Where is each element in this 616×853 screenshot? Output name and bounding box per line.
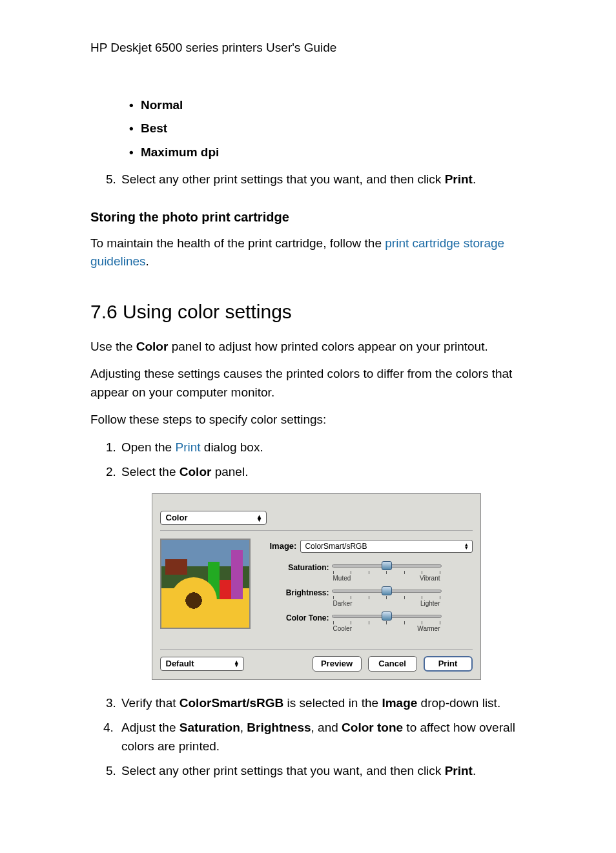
step-2: 2.Select the Color panel. xyxy=(103,463,542,482)
step-3: 3.Verify that ColorSmart/sRGB is selecte… xyxy=(103,694,542,713)
storing-heading: Storing the photo print cartridge xyxy=(90,207,542,227)
ct-max-label: Warmer xyxy=(417,624,440,633)
para-use-color: Use the Color panel to adjust how printe… xyxy=(90,338,542,356)
page-header: HP Deskjet 6500 series printers User's G… xyxy=(90,39,542,57)
step-5: 5.Select any other print settings that y… xyxy=(103,762,542,781)
image-dropdown[interactable]: ColorSmart/sRGB ▴▾ xyxy=(300,540,472,553)
sat-max-label: Vibrant xyxy=(420,573,440,583)
upper-step-5: 5.Select any other print settings that y… xyxy=(103,170,542,189)
preview-button[interactable]: Preview xyxy=(313,656,362,672)
bri-max-label: Lighter xyxy=(420,599,440,608)
bullet-best: Best xyxy=(141,121,167,135)
sat-min-label: Muted xyxy=(333,573,351,583)
colortone-label: Color Tone: xyxy=(285,612,332,624)
colortone-slider[interactable] xyxy=(332,612,442,621)
panel-dropdown[interactable]: Color ▴▾ xyxy=(160,511,267,525)
preset-dropdown[interactable]: Default ▴▾ xyxy=(160,657,244,671)
ct-min-label: Cooler xyxy=(333,624,352,633)
chevron-updown-icon: ▴▾ xyxy=(465,543,468,550)
section-title: 7.6 Using color settings xyxy=(90,297,542,326)
brightness-slider[interactable] xyxy=(332,587,442,596)
print-link[interactable]: Print xyxy=(175,440,200,454)
bullet-normal: Normal xyxy=(141,98,183,112)
quality-bullet-list: Normal Best Maximum dpi xyxy=(129,96,542,162)
bullet-maxdpi: Maximum dpi xyxy=(141,145,219,159)
step-1: 1.Open the Print dialog box. xyxy=(103,438,542,457)
cancel-button[interactable]: Cancel xyxy=(368,656,417,672)
image-label: Image: xyxy=(270,540,297,553)
step-4: 4.Adjust the Saturation, Brightness, and… xyxy=(103,719,542,755)
para-follow-steps: Follow these steps to specify color sett… xyxy=(90,411,542,429)
saturation-label: Saturation: xyxy=(285,562,332,573)
para-adjusting: Adjusting these settings causes the prin… xyxy=(90,365,542,402)
print-button[interactable]: Print xyxy=(424,656,473,672)
chevron-updown-icon: ▴▾ xyxy=(258,515,261,521)
storing-paragraph: To maintain the health of the print cart… xyxy=(90,234,542,271)
preview-thumbnail xyxy=(160,539,251,629)
color-panel-figure: Color ▴▾ Image: ColorSmart/sRGB ▴▾ Satur… xyxy=(152,493,481,680)
brightness-label: Brightness: xyxy=(285,587,332,599)
bri-min-label: Darker xyxy=(333,599,353,608)
chevron-updown-icon: ▴▾ xyxy=(235,661,238,667)
saturation-slider[interactable] xyxy=(332,562,442,571)
